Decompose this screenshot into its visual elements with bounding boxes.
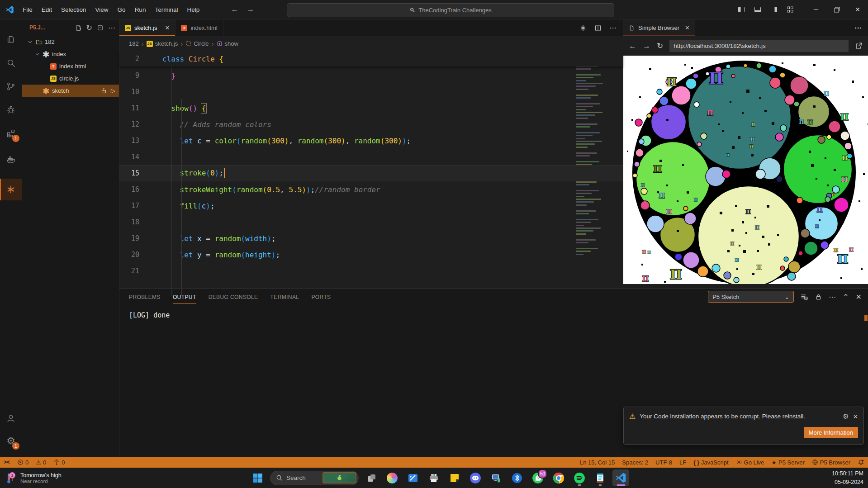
status-go-live[interactable]: Go Live (732, 457, 768, 468)
menu-item-view[interactable]: View (91, 4, 113, 15)
breadcrumb-item-Circle[interactable]: Circle (185, 40, 209, 47)
activity-item-account-icon[interactable] (0, 407, 22, 429)
taskbar-icon-spotify[interactable] (571, 469, 588, 486)
code-line-19[interactable]: 19 let x = random(width); (119, 230, 623, 246)
code-line-17[interactable]: 17 fill(c); (119, 198, 623, 214)
export-sketch-icon[interactable] (101, 88, 107, 94)
run-sketch-icon[interactable] (579, 24, 587, 32)
panel-tab-problems[interactable]: PROBLEMS (129, 290, 161, 304)
code-line-10[interactable]: 10 (119, 84, 623, 100)
close-tab-icon[interactable]: ✕ (685, 24, 690, 31)
toggle-sidebar-icon[interactable] (738, 6, 745, 13)
taskbar-icon-bluetooth[interactable] (508, 469, 525, 486)
minimize-button[interactable]: ─ (806, 0, 826, 19)
activity-item-p5-sketch-icon[interactable] (0, 179, 22, 200)
panel-scrollbar-thumb[interactable] (864, 315, 868, 321)
code-line-11[interactable]: 11 show() { (119, 100, 623, 116)
weather-widget[interactable]: 1 Tomorrow's high Near record (0, 472, 113, 484)
editor-more-actions-icon[interactable]: ⋯ (609, 24, 617, 32)
browser-back-icon[interactable]: ← (629, 42, 636, 51)
breadcrumb-item-182[interactable]: 182 (129, 40, 139, 47)
panel-tab-debug-console[interactable]: DEBUG CONSOLE (209, 290, 258, 304)
status-javascript[interactable]: { }JavaScript (690, 457, 732, 468)
menu-item-selection[interactable]: Selection (57, 4, 90, 15)
taskbar-icon-snipping-tool[interactable] (404, 469, 421, 486)
panel-tab-terminal[interactable]: TERMINAL (270, 290, 299, 304)
customize-layout-icon[interactable] (787, 6, 794, 13)
breadcrumb-item-sketch-js[interactable]: JSsketch.js (147, 40, 178, 47)
taskbar-icon-task-view[interactable] (363, 469, 379, 486)
tree-item-circle-js[interactable]: JScircle.js (22, 72, 119, 85)
browser-more-actions-icon[interactable]: ⋯ (854, 24, 863, 32)
taskbar-clock[interactable]: 10:50:11 PM 05-09-2024 (832, 469, 863, 486)
code-line-16[interactable]: 16 strokeWeight(random(0.5, 5.5));//rand… (119, 181, 623, 198)
close-tab-icon[interactable]: ✕ (165, 24, 170, 31)
clear-output-icon[interactable] (801, 293, 808, 301)
status-0[interactable]: 0 (14, 457, 32, 468)
maximize-panel-icon[interactable]: ⌃ (843, 293, 849, 301)
status-p5-server[interactable]: ★P5 Server (768, 457, 808, 468)
browser-forward-icon[interactable]: → (643, 42, 650, 51)
nav-forward-icon[interactable]: → (247, 5, 254, 14)
status-utf-8[interactable]: UTF-8 (652, 457, 676, 468)
status-0[interactable]: ⚠0 (32, 457, 50, 468)
close-window-button[interactable]: ✕ (847, 0, 868, 19)
breadcrumb-item-show[interactable]: show (217, 40, 238, 47)
restore-button[interactable] (826, 0, 847, 19)
tree-item-182[interactable]: 182 (22, 36, 119, 48)
status--[interactable]: >< (0, 457, 14, 468)
taskbar-icon-discord[interactable] (467, 469, 484, 486)
code-line-13[interactable]: 13 let c = color(random(300), random(300… (119, 133, 623, 149)
browser-reload-icon[interactable]: ↻ (657, 41, 663, 51)
code-line-18[interactable]: 18 (119, 214, 623, 230)
taskbar-icon-sticky-notes[interactable] (446, 469, 463, 486)
activity-item-settings-gear-icon[interactable]: ⚙1 (0, 430, 22, 452)
activity-item-search-icon[interactable] (0, 52, 22, 74)
browser-url-input[interactable]: http://localhost:3000/182\sketch.js (669, 40, 849, 52)
run-sketch-icon[interactable]: ▷ (111, 87, 115, 94)
taskbar-search-input[interactable]: Search (270, 471, 359, 485)
taskbar-icon-pc-manager[interactable] (488, 469, 504, 486)
taskbar-icon-printer[interactable] (425, 469, 442, 486)
activity-item-source-control-icon[interactable] (0, 76, 22, 97)
taskbar-icon-notepad[interactable] (592, 469, 608, 486)
status-spaces-2[interactable]: Spaces: 2 (618, 457, 652, 468)
panel-tab-ports[interactable]: PORTS (311, 290, 331, 304)
collapse-all-icon[interactable] (97, 24, 104, 31)
new-file-icon[interactable] (75, 24, 82, 31)
toggle-panel-icon[interactable] (754, 6, 761, 13)
tab-index-html[interactable]: 5index.html (175, 19, 223, 36)
status-p5-browser[interactable]: P5 Browser (808, 457, 854, 468)
code-area[interactable]: 2class Circle { 9 }1011 show() {12 // Ad… (119, 51, 623, 288)
close-panel-icon[interactable]: ✕ (856, 293, 862, 301)
status-ln-15-col-15[interactable]: Ln 15, Col 15 (576, 457, 618, 468)
tree-item-index-html[interactable]: 5index.html (22, 60, 119, 72)
panel-more-actions-icon[interactable]: ⋯ (829, 293, 836, 301)
tree-item-index[interactable]: ✱index (22, 48, 119, 60)
split-editor-icon[interactable] (594, 24, 602, 32)
start-button[interactable] (249, 469, 266, 486)
taskbar-icon-copilot[interactable] (384, 469, 400, 486)
menu-item-run[interactable]: Run (131, 4, 150, 15)
more-information-button[interactable]: More Information (804, 427, 858, 438)
menu-item-file[interactable]: File (19, 4, 37, 15)
refresh-icon[interactable]: ↻ (86, 24, 92, 32)
status-0[interactable]: 0 (50, 457, 68, 468)
taskbar-icon-whatsapp[interactable]: 50 (529, 469, 546, 486)
more-actions-icon[interactable]: ⋯ (108, 24, 115, 32)
lock-icon[interactable] (815, 294, 822, 300)
panel-tab-output[interactable]: OUTPUT (173, 290, 196, 304)
code-line-21[interactable]: 21 (119, 263, 623, 279)
status-bell[interactable] (854, 457, 868, 468)
menu-item-terminal[interactable]: Terminal (151, 4, 182, 15)
command-center-search[interactable]: 🔍︎ TheCodingTrain Challenges (287, 3, 614, 17)
open-external-icon[interactable] (855, 42, 863, 50)
activity-item-extensions-icon[interactable]: 1 (0, 123, 22, 144)
activity-item-docker-icon[interactable] (0, 149, 22, 171)
menu-item-help[interactable]: Help (183, 4, 204, 15)
tab-simple-browser[interactable]: Simple Browser ✕ (623, 19, 695, 36)
toggle-secondary-sidebar-icon[interactable] (770, 6, 778, 13)
nav-back-icon[interactable]: ← (231, 5, 238, 14)
taskbar-icon-vscode[interactable] (612, 469, 629, 486)
taskbar-icon-chrome[interactable] (550, 469, 567, 486)
